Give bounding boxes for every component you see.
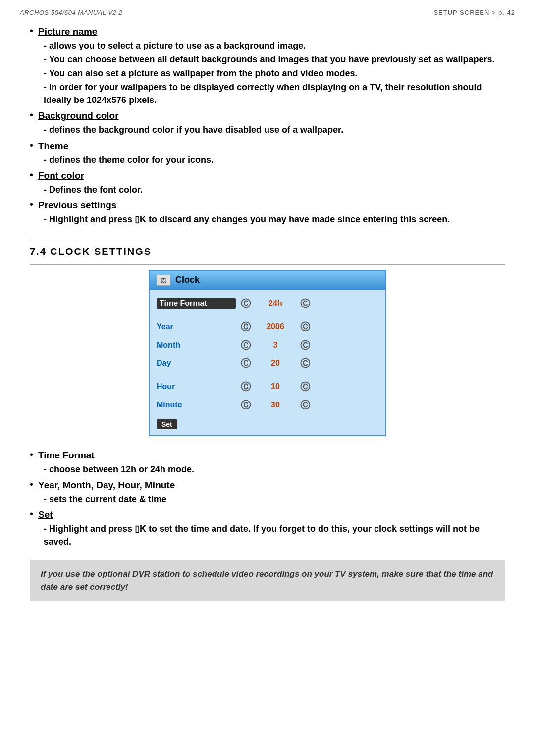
- bullet-sub-item: - In order for your wallpapers to be dis…: [44, 81, 505, 106]
- bullet-title-picture-name: Picture name: [38, 26, 97, 37]
- bullet-subs-previous-settings: - Highlight and press ▯K to discard any …: [30, 213, 505, 226]
- bullet-sub-item: - sets the current date & time: [44, 493, 505, 505]
- bullet-sub-item: - Highlight and press ▯K to discard any …: [44, 213, 505, 226]
- clock-row-value: 20: [256, 359, 295, 368]
- clock-row-label: Year: [157, 322, 236, 331]
- bullet-section-picture-name: •Picture name- allows you to select a pi…: [30, 26, 505, 106]
- bullet-list-1: •Picture name- allows you to select a pi…: [30, 26, 505, 226]
- clock-icon: 🖼: [157, 275, 170, 286]
- bullet-section-theme: •Theme- defines the theme color for your…: [30, 141, 505, 166]
- bullet-item-time-format: •Time Format: [30, 450, 505, 461]
- clock-left-arrow-icon[interactable]: Ⓒ: [236, 339, 256, 352]
- clock-right-arrow-icon[interactable]: Ⓒ: [295, 339, 315, 352]
- bullet-dot: •: [30, 449, 33, 460]
- bullet-item-picture-name: •Picture name: [30, 26, 505, 37]
- bullet-item-set: •Set: [30, 509, 505, 520]
- clock-left-arrow-icon[interactable]: Ⓒ: [236, 399, 256, 412]
- clock-widget-body: Time FormatⒸ24hⒸYearⒸ2006ⒸMonthⒸ3ⒸDayⒸ20…: [150, 290, 385, 435]
- set-button[interactable]: Set: [157, 419, 177, 429]
- header-left: ARCHOS 504/604 MANUAL V2.2: [20, 9, 122, 16]
- bullet-title-font-color: Font color: [38, 170, 84, 181]
- clock-widget-title: Clock: [175, 275, 200, 285]
- bullet-dot: •: [30, 199, 33, 210]
- bullet-subs-theme: - defines the theme color for your icons…: [30, 153, 505, 166]
- bullet-item-previous-settings: •Previous settings: [30, 200, 505, 211]
- bullet-item-background-color: •Background color: [30, 110, 505, 121]
- bullet-item-theme: •Theme: [30, 141, 505, 151]
- clock-row-label: Month: [157, 341, 236, 350]
- bullet-subs-background-color: - defines the background color if you ha…: [30, 123, 505, 136]
- bullet-title-set: Set: [38, 509, 53, 520]
- clock-right-arrow-icon[interactable]: Ⓒ: [295, 357, 315, 370]
- bullet-dot: •: [30, 508, 33, 520]
- clock-row-label: Minute: [157, 401, 236, 409]
- clock-right-arrow-icon[interactable]: Ⓒ: [295, 399, 315, 412]
- bullet-sub-item: - defines the theme color for your icons…: [44, 153, 505, 166]
- note-box: If you use the optional DVR station to s…: [30, 560, 505, 601]
- bullet-sub-item: - You can choose between all default bac…: [44, 53, 505, 66]
- bullet-dot: •: [30, 479, 33, 490]
- bullet-dot: •: [30, 169, 33, 181]
- bullet-section-time-format: •Time Format- choose between 12h or 24h …: [30, 450, 505, 476]
- clock-right-arrow-icon[interactable]: Ⓒ: [295, 380, 315, 394]
- bullet-title-year-month-day: Year, Month, Day, Hour, Minute: [38, 480, 175, 491]
- clock-row-value: 10: [256, 382, 295, 391]
- bullet-dot: •: [30, 25, 33, 37]
- page-header: ARCHOS 504/604 MANUAL V2.2 SETUP SCREEN …: [0, 0, 535, 21]
- bullet-sub-item: - choose between 12h or 24h mode.: [44, 463, 505, 476]
- clock-row-day: DayⒸ20Ⓒ: [157, 354, 378, 373]
- bullet-item-year-month-day: •Year, Month, Day, Hour, Minute: [30, 480, 505, 491]
- bullet-subs-time-format: - choose between 12h or 24h mode.: [30, 463, 505, 476]
- clock-row-label: Day: [157, 359, 236, 368]
- bullet-list-2: •Time Format- choose between 12h or 24h …: [30, 450, 505, 548]
- clock-row-label: Time Format: [157, 298, 236, 309]
- section-title-74: 7.4 CLOCK SETTINGS: [30, 246, 505, 257]
- clock-row-value: 2006: [256, 322, 295, 331]
- note-text: If you use the optional DVR station to s…: [41, 569, 493, 592]
- bullet-title-previous-settings: Previous settings: [38, 200, 116, 211]
- clock-row-value: 24h: [256, 299, 295, 308]
- clock-row-minute: MinuteⒸ30Ⓒ: [157, 396, 378, 414]
- clock-row-month: MonthⒸ3Ⓒ: [157, 336, 378, 354]
- clock-left-arrow-icon[interactable]: Ⓒ: [236, 297, 256, 310]
- clock-row-value: 30: [256, 401, 295, 409]
- bullet-sub-item: - Highlight and press ▯K to set the time…: [44, 522, 505, 548]
- bullet-section-font-color: •Font color- Defines the font color.: [30, 170, 505, 196]
- bullet-subs-picture-name: - allows you to select a picture to use …: [30, 39, 505, 106]
- bullet-subs-set: - Highlight and press ▯K to set the time…: [30, 522, 505, 548]
- bullet-sub-item: - allows you to select a picture to use …: [44, 39, 505, 52]
- clock-row-hour: HourⒸ10Ⓒ: [157, 378, 378, 396]
- clock-right-arrow-icon[interactable]: Ⓒ: [295, 320, 315, 334]
- clock-widget: 🖼 Clock Time FormatⒸ24hⒸYearⒸ2006ⒸMonthⒸ…: [149, 270, 386, 436]
- clock-right-arrow-icon[interactable]: Ⓒ: [295, 297, 315, 310]
- bullet-section-year-month-day: •Year, Month, Day, Hour, Minute- sets th…: [30, 480, 505, 505]
- bullet-subs-font-color: - Defines the font color.: [30, 183, 505, 196]
- clock-set-row: Set: [157, 414, 378, 429]
- section-divider-1: [30, 240, 505, 240]
- clock-left-arrow-icon[interactable]: Ⓒ: [236, 357, 256, 370]
- section-divider-2: [30, 264, 505, 265]
- bullet-title-background-color: Background color: [38, 110, 119, 121]
- clock-row-label: Hour: [157, 382, 236, 391]
- bullet-title-theme: Theme: [38, 141, 68, 151]
- bullet-sub-item: - defines the background color if you ha…: [44, 123, 505, 136]
- bullet-section-previous-settings: •Previous settings- Highlight and press …: [30, 200, 505, 226]
- bullet-section-background-color: •Background color- defines the backgroun…: [30, 110, 505, 136]
- clock-row-year: YearⒸ2006Ⓒ: [157, 318, 378, 336]
- bullet-dot: •: [30, 109, 33, 121]
- clock-row-value: 3: [256, 341, 295, 350]
- bullet-dot: •: [30, 140, 33, 151]
- bullet-section-set: •Set- Highlight and press ▯K to set the …: [30, 509, 505, 548]
- bullet-sub-item: - Defines the font color.: [44, 183, 505, 196]
- clock-row-time-format: Time FormatⒸ24hⒸ: [157, 295, 378, 313]
- bullet-subs-year-month-day: - sets the current date & time: [30, 493, 505, 505]
- main-content: •Picture name- allows you to select a pi…: [0, 21, 535, 616]
- header-right: SETUP SCREEN > p. 42: [433, 9, 515, 16]
- bullet-title-time-format: Time Format: [38, 450, 95, 461]
- clock-widget-header: 🖼 Clock: [150, 271, 385, 290]
- clock-left-arrow-icon[interactable]: Ⓒ: [236, 320, 256, 334]
- clock-left-arrow-icon[interactable]: Ⓒ: [236, 380, 256, 394]
- bullet-sub-item: - You can also set a picture as wallpape…: [44, 67, 505, 80]
- bullet-item-font-color: •Font color: [30, 170, 505, 181]
